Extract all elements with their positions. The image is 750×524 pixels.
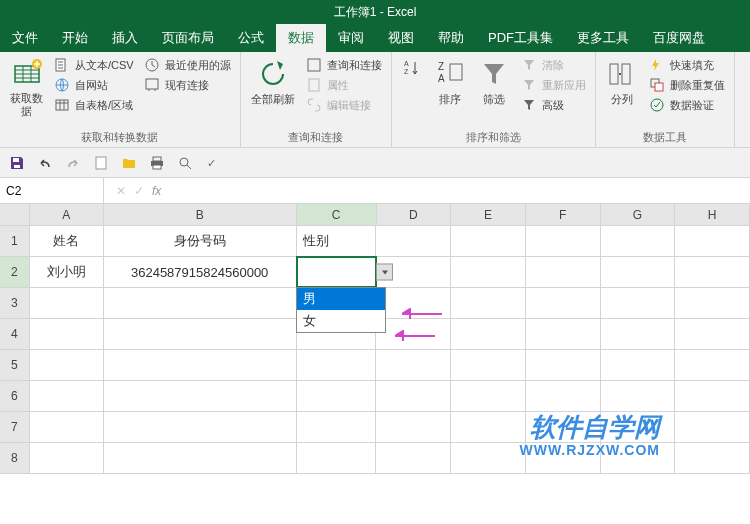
cell-b8[interactable] <box>104 443 297 473</box>
cell-g3[interactable] <box>601 288 676 318</box>
cell-a4[interactable] <box>30 319 104 349</box>
menu-more[interactable]: 更多工具 <box>565 24 641 52</box>
cell-d8[interactable] <box>376 443 451 473</box>
cell-e8[interactable] <box>451 443 526 473</box>
col-header-e[interactable]: E <box>451 204 526 225</box>
menu-baidu[interactable]: 百度网盘 <box>641 24 717 52</box>
cell-h4[interactable] <box>675 319 750 349</box>
cell-g2[interactable] <box>601 257 676 287</box>
col-header-h[interactable]: H <box>675 204 750 225</box>
menu-home[interactable]: 开始 <box>50 24 100 52</box>
col-header-c[interactable]: C <box>297 204 377 225</box>
cell-f3[interactable] <box>526 288 601 318</box>
from-web-button[interactable]: 自网站 <box>51 76 137 94</box>
preview-button[interactable] <box>176 154 194 172</box>
cell-c6[interactable] <box>297 381 377 411</box>
name-box[interactable]: C2 <box>0 178 104 203</box>
cell-b1[interactable]: 身份号码 <box>104 226 297 256</box>
col-header-d[interactable]: D <box>377 204 452 225</box>
row-header-6[interactable]: 6 <box>0 381 30 411</box>
cell-e3[interactable] <box>451 288 526 318</box>
row-header-8[interactable]: 8 <box>0 443 30 473</box>
get-data-button[interactable]: 获取数 据 <box>6 56 47 120</box>
cell-g4[interactable] <box>601 319 676 349</box>
redo-button[interactable] <box>64 154 82 172</box>
select-all-corner[interactable] <box>0 204 30 225</box>
flash-fill-button[interactable]: 快速填充 <box>646 56 728 74</box>
cancel-icon[interactable]: ✕ <box>116 184 126 198</box>
cell-c7[interactable] <box>297 412 377 442</box>
cell-c8[interactable] <box>297 443 377 473</box>
col-header-f[interactable]: F <box>526 204 601 225</box>
from-table-button[interactable]: 自表格/区域 <box>51 96 137 114</box>
cell-d7[interactable] <box>376 412 451 442</box>
menu-review[interactable]: 审阅 <box>326 24 376 52</box>
menu-layout[interactable]: 页面布局 <box>150 24 226 52</box>
cell-a8[interactable] <box>30 443 104 473</box>
cell-a5[interactable] <box>30 350 104 380</box>
cell-a7[interactable] <box>30 412 104 442</box>
save-button[interactable] <box>8 154 26 172</box>
spell-button[interactable]: ✓ <box>204 154 222 172</box>
row-header-2[interactable]: 2 <box>0 257 30 287</box>
cell-b7[interactable] <box>104 412 297 442</box>
cell-f2[interactable] <box>526 257 601 287</box>
open-button[interactable] <box>120 154 138 172</box>
cell-e4[interactable] <box>451 319 526 349</box>
cell-b5[interactable] <box>104 350 297 380</box>
col-header-b[interactable]: B <box>104 204 297 225</box>
cell-h8[interactable] <box>675 443 750 473</box>
cell-h7[interactable] <box>675 412 750 442</box>
menu-insert[interactable]: 插入 <box>100 24 150 52</box>
filter-button[interactable]: 筛选 <box>474 56 514 109</box>
cell-h1[interactable] <box>675 226 750 256</box>
dropdown-item-female[interactable]: 女 <box>297 310 385 332</box>
cell-f5[interactable] <box>526 350 601 380</box>
row-header-1[interactable]: 1 <box>0 226 30 256</box>
text-to-columns-button[interactable]: 分列 <box>602 56 642 109</box>
new-button[interactable] <box>92 154 110 172</box>
cell-c2[interactable]: 男 女 <box>297 257 377 287</box>
undo-button[interactable] <box>36 154 54 172</box>
cell-e1[interactable] <box>451 226 526 256</box>
cell-h2[interactable] <box>675 257 750 287</box>
cell-a3[interactable] <box>30 288 104 318</box>
cell-h3[interactable] <box>675 288 750 318</box>
remove-dup-button[interactable]: 删除重复值 <box>646 76 728 94</box>
cell-e2[interactable] <box>451 257 526 287</box>
from-csv-button[interactable]: 从文本/CSV <box>51 56 137 74</box>
cell-d2[interactable] <box>376 257 451 287</box>
menu-pdf[interactable]: PDF工具集 <box>476 24 565 52</box>
cell-b6[interactable] <box>104 381 297 411</box>
data-validation-button[interactable]: 数据验证 <box>646 96 728 114</box>
cell-d5[interactable] <box>376 350 451 380</box>
menu-data[interactable]: 数据 <box>276 24 326 52</box>
cell-b3[interactable] <box>104 288 297 318</box>
cell-e5[interactable] <box>451 350 526 380</box>
cell-g5[interactable] <box>601 350 676 380</box>
cell-e6[interactable] <box>451 381 526 411</box>
menu-file[interactable]: 文件 <box>0 24 50 52</box>
cell-a2[interactable]: 刘小明 <box>30 257 104 287</box>
advanced-button[interactable]: 高级 <box>518 96 589 114</box>
row-header-5[interactable]: 5 <box>0 350 30 380</box>
queries-button[interactable]: 查询和连接 <box>303 56 385 74</box>
row-header-4[interactable]: 4 <box>0 319 30 349</box>
cell-c5[interactable] <box>297 350 377 380</box>
existing-conn-button[interactable]: 现有连接 <box>141 76 234 94</box>
cell-a1[interactable]: 姓名 <box>30 226 104 256</box>
formula-bar[interactable] <box>173 178 750 203</box>
col-header-g[interactable]: G <box>601 204 676 225</box>
cell-e7[interactable] <box>451 412 526 442</box>
cell-d6[interactable] <box>376 381 451 411</box>
sort-button[interactable]: ZA 排序 <box>430 56 470 109</box>
menu-view[interactable]: 视图 <box>376 24 426 52</box>
cell-b4[interactable] <box>104 319 297 349</box>
cell-g1[interactable] <box>601 226 676 256</box>
col-header-a[interactable]: A <box>30 204 104 225</box>
cell-f1[interactable] <box>526 226 601 256</box>
cell-f4[interactable] <box>526 319 601 349</box>
cell-h6[interactable] <box>675 381 750 411</box>
enter-icon[interactable]: ✓ <box>134 184 144 198</box>
refresh-all-button[interactable]: 全部刷新 <box>247 56 299 109</box>
